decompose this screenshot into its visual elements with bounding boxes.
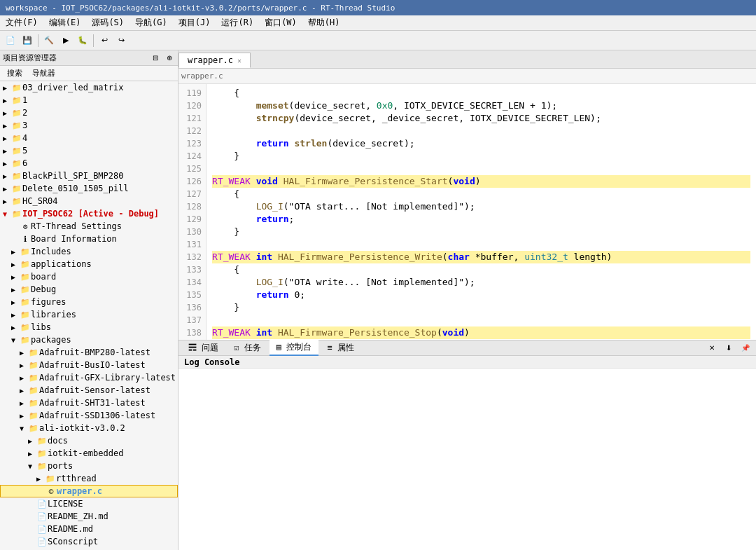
tree-arrow[interactable]: ▼ (20, 425, 28, 432)
tree-node-adafruit_busio[interactable]: ▶📁Adafruit-BusIO-latest (0, 359, 178, 371)
tree-arrow[interactable]: ▶ (11, 298, 20, 306)
console-scroll-btn[interactable]: ⬇ (721, 341, 736, 356)
tree-node-wrapperc[interactable]: ©wrapper.c (0, 485, 178, 497)
tree-node-readme[interactable]: 📄README.md (0, 523, 178, 535)
tree-arrow[interactable]: ▶ (36, 475, 45, 483)
console-output[interactable] (178, 369, 756, 550)
tree-node-figures[interactable]: ▶📁figures (0, 296, 178, 308)
menu-item[interactable]: 项目(J) (173, 15, 216, 30)
tree-arrow[interactable]: ▶ (11, 286, 20, 294)
tree-arrow[interactable]: ▶ (3, 160, 11, 167)
tree-node-n6[interactable]: ▶📁6 (0, 157, 178, 170)
editor-tab-wrapper[interactable]: wrapper.c ✕ (178, 53, 251, 68)
tree-arrow[interactable]: ▶ (28, 450, 36, 458)
editor-tab-close[interactable]: ✕ (237, 57, 241, 64)
tree-node-adafruit_sht31[interactable]: ▶📁Adafruit-SHT31-latest (0, 397, 178, 409)
tree-node-board[interactable]: ▶📁board (0, 270, 178, 283)
tree-arrow[interactable]: ▶ (20, 387, 28, 394)
tree-node-libraries[interactable]: ▶📁libraries (0, 308, 178, 321)
tree-node-rtthread[interactable]: ⚙RT-Thread Settings (0, 220, 178, 233)
console-pin-btn[interactable]: 📌 (738, 341, 753, 356)
tree-arrow[interactable]: ▶ (11, 324, 20, 331)
tree-node-hcsr04[interactable]: ▶📁HC_SR04 (0, 195, 178, 207)
problems-tab[interactable]: ☴ 问题 (181, 341, 225, 355)
tree-node-n2[interactable]: ▶📁2 (0, 106, 178, 119)
tree-node-ports[interactable]: ▼📁ports (0, 460, 178, 472)
tree-arrow[interactable]: ▶ (3, 122, 11, 130)
toolbar-build[interactable]: 🔨 (41, 33, 57, 48)
tree-arrow[interactable]: ▶ (3, 147, 11, 155)
search-tab[interactable]: 搜索 (3, 67, 27, 79)
toolbar-run[interactable]: ▶ (58, 33, 74, 48)
tree-arrow[interactable]: ▶ (3, 198, 11, 205)
menu-item[interactable]: 编辑(E) (43, 15, 87, 30)
tree-node-debug[interactable]: ▶📁Debug (0, 283, 178, 296)
tree-node-iotkit_embedded[interactable]: ▶📁iotkit-embedded (0, 447, 178, 460)
tree-arrow[interactable]: ▶ (20, 349, 28, 357)
tree-node-adafruit_gfx[interactable]: ▶📁Adafruit-GFX-Library-latest (0, 371, 178, 384)
tree-node-libs[interactable]: ▶📁libs (0, 321, 178, 334)
menu-item[interactable]: 运行(R) (216, 15, 259, 30)
menu-item[interactable]: 文件(F) (0, 15, 43, 30)
toolbar-undo[interactable]: ↩ (97, 33, 112, 48)
tree-node-n3[interactable]: ▶📁3 (0, 119, 178, 132)
tree-node-n5[interactable]: ▶📁5 (0, 144, 178, 157)
tree-node-readme_zh[interactable]: 📄README_ZH.md (0, 510, 178, 523)
toolbar-new[interactable]: 📄 (3, 33, 18, 48)
tree-arrow[interactable]: ▼ (3, 210, 11, 218)
tree-node-iot[interactable]: ▼📁IOT_PSOC62 [Active - Debug] (0, 207, 178, 220)
link-editor-btn[interactable]: ⊕ (164, 53, 175, 64)
code-area[interactable]: 1191201211221231241251261271281291301311… (178, 84, 756, 340)
tree-node-delete[interactable]: ▶📁Delete_0510_1505_pill (0, 182, 178, 195)
toolbar-debug[interactable]: 🐛 (75, 33, 90, 48)
console-tab[interactable]: ▤ 控制台 (270, 340, 318, 356)
tree-arrow[interactable]: ▶ (11, 273, 20, 281)
tree-node-n1[interactable]: ▶📁1 (0, 94, 178, 106)
line-number: 131 (178, 238, 206, 251)
menu-item[interactable]: 帮助(H) (302, 15, 346, 30)
tree-arrow[interactable]: ▶ (11, 261, 20, 268)
menu-item[interactable]: 导航(G) (130, 15, 173, 30)
tree-arrow[interactable]: ▶ (28, 437, 36, 445)
code-line-123: return strlen(device_secret); (212, 137, 750, 150)
tree-node-includes[interactable]: ▶📁Includes (0, 245, 178, 258)
console-clear-btn[interactable]: ✕ (704, 341, 720, 356)
tree-node-adafruit_ssd1306[interactable]: ▶📁Adafruit-SSD1306-latest (0, 409, 178, 422)
tree-arrow[interactable]: ▶ (3, 84, 11, 92)
tree-arrow[interactable]: ▼ (28, 462, 36, 470)
properties-tab[interactable]: ≡ 属性 (320, 341, 360, 355)
tree-node-blackpill[interactable]: ▶📁BlackPill_SPI_BMP280 (0, 170, 178, 182)
tree-node-adafruit_bmp[interactable]: ▶📁Adafruit-BMP280-latest (0, 346, 178, 359)
tasks-tab[interactable]: ☑ 任务 (227, 341, 267, 355)
tree-node-sconscript2[interactable]: 📄SConscript (0, 535, 178, 548)
code-content[interactable]: { memset(device_secret, 0x0, IOTX_DEVICE… (206, 84, 756, 340)
tree-node-rtthread2[interactable]: ▶📁rtthread (0, 472, 178, 485)
toolbar-redo[interactable]: ↪ (113, 33, 129, 48)
navigator-tab[interactable]: 导航器 (28, 67, 59, 79)
menu-item[interactable]: 源码(S) (86, 15, 130, 30)
tree-node-applications[interactable]: ▶📁applications (0, 258, 178, 270)
tree-node-driver[interactable]: ▶📁03_driver_led_matrix (0, 81, 178, 94)
tree-arrow[interactable]: ▶ (20, 374, 28, 382)
tree-node-n4[interactable]: ▶📁4 (0, 132, 178, 144)
tree-arrow[interactable]: ▶ (3, 172, 11, 180)
tree-node-adafruit_sensor[interactable]: ▶📁Adafruit-Sensor-latest (0, 384, 178, 397)
tree-node-packages[interactable]: ▼📁packages (0, 334, 178, 346)
tree-arrow[interactable]: ▶ (11, 311, 20, 319)
tree-arrow[interactable]: ▶ (11, 248, 20, 256)
tree-arrow[interactable]: ▶ (3, 97, 11, 104)
tree-arrow[interactable]: ▶ (3, 185, 11, 193)
toolbar-save[interactable]: 💾 (20, 33, 35, 48)
tree-arrow[interactable]: ▶ (20, 399, 28, 407)
tree-arrow[interactable]: ▶ (20, 412, 28, 420)
tree-node-boardinfo[interactable]: ℹBoard Information (0, 233, 178, 245)
tree-node-ali_iotkit[interactable]: ▼📁ali-iotkit-v3.0.2 (0, 422, 178, 434)
collapse-all-btn[interactable]: ⊟ (150, 53, 161, 64)
tree-node-docs[interactable]: ▶📁docs (0, 434, 178, 447)
tree-arrow[interactable]: ▶ (3, 135, 11, 142)
tree-arrow[interactable]: ▶ (3, 109, 11, 117)
tree-arrow[interactable]: ▶ (20, 362, 28, 369)
menu-item[interactable]: 窗口(W) (259, 15, 302, 30)
tree-arrow[interactable]: ▼ (11, 336, 20, 344)
tree-node-license[interactable]: 📄LICENSE (0, 497, 178, 510)
